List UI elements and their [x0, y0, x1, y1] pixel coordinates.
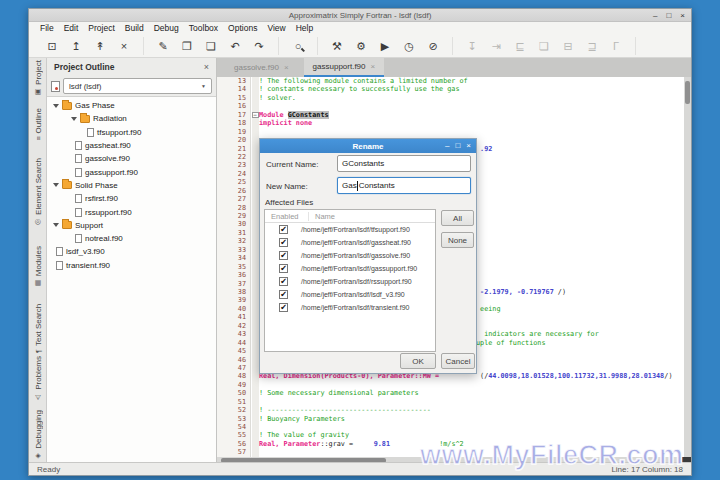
- menu-build[interactable]: Build: [120, 23, 149, 33]
- tree-item-gassolve-f90[interactable]: gassolve.f90: [47, 152, 216, 165]
- code-line-18[interactable]: 18implicit none: [217, 119, 684, 127]
- close-icon[interactable]: ×: [680, 9, 685, 22]
- redo-icon[interactable]: ↷: [247, 37, 271, 55]
- debug-run-icon[interactable]: ◷: [397, 37, 421, 55]
- tab-close-icon[interactable]: ×: [284, 63, 289, 72]
- minimize-icon[interactable]: –: [653, 9, 657, 22]
- open-project-icon[interactable]: ↥: [64, 37, 88, 55]
- menu-debug[interactable]: Debug: [149, 23, 184, 33]
- file-enabled-checkbox[interactable]: ✔: [279, 290, 288, 299]
- vertical-scrollbar-thumb[interactable]: [685, 81, 690, 104]
- fold-marker-icon[interactable]: −: [252, 112, 259, 119]
- affected-file-row[interactable]: ✔/home/jeff/Fortran/lsdf/gassolve.f90: [265, 249, 435, 262]
- new-name-input[interactable]: GasConstants: [337, 177, 471, 194]
- new-file-icon[interactable]: ⊡: [40, 37, 64, 55]
- dialog-title-bar[interactable]: Rename – □ ×: [260, 139, 476, 153]
- menu-toolbox[interactable]: Toolbox: [184, 23, 223, 33]
- tree-item-rssupport-f90[interactable]: rssupport.f90: [47, 205, 216, 218]
- code-line-53[interactable]: 53! Buoyancy Parameters: [217, 415, 684, 423]
- side-tab-problems[interactable]: ⚠Problems: [29, 356, 47, 401]
- build-settings-icon[interactable]: ⚙: [349, 37, 373, 55]
- folder-icon: [62, 221, 72, 229]
- tree-item-gassheat-f90[interactable]: gassheat.f90: [47, 139, 216, 152]
- code-line-54[interactable]: 54: [217, 423, 684, 431]
- expand-arrow-icon[interactable]: [71, 117, 77, 121]
- code-line-52[interactable]: 52! ------------------------------------…: [217, 406, 684, 414]
- side-tab-modules[interactable]: ▦Modules: [29, 246, 47, 287]
- code-line-17[interactable]: 17−Module GConstants: [217, 111, 684, 119]
- side-tab-project[interactable]: ▣Project: [29, 60, 47, 96]
- ok-button[interactable]: OK: [400, 353, 436, 369]
- project-selector-dropdown[interactable]: lsdf (lsdf) ▼: [63, 78, 212, 94]
- code-line-19[interactable]: 19: [217, 128, 684, 136]
- dialog-minimize-icon[interactable]: –: [445, 139, 449, 153]
- file-enabled-checkbox[interactable]: ✔: [279, 303, 288, 312]
- menu-file[interactable]: File: [35, 23, 59, 33]
- code-line-13[interactable]: 13! The following module contains a limi…: [217, 77, 684, 85]
- dialog-close-icon[interactable]: ×: [466, 139, 471, 153]
- find-icon[interactable]: ○: [286, 37, 310, 55]
- all-button[interactable]: All: [441, 210, 474, 226]
- vertical-scrollbar[interactable]: [684, 77, 691, 457]
- debug-cancel-icon[interactable]: ⊘: [421, 37, 445, 55]
- file-enabled-checkbox[interactable]: ✔: [279, 277, 288, 286]
- file-enabled-checkbox[interactable]: ✔: [279, 238, 288, 247]
- menu-options[interactable]: Options: [223, 23, 262, 33]
- expand-arrow-icon[interactable]: [53, 183, 59, 187]
- side-tab-text-search[interactable]: ¶Text Search: [29, 304, 47, 353]
- copy-icon[interactable]: ❐: [175, 37, 199, 55]
- tree-item-support[interactable]: Support: [47, 219, 216, 232]
- edit-icon[interactable]: ✎: [151, 37, 175, 55]
- expand-arrow-icon[interactable]: [53, 223, 59, 227]
- affected-file-row[interactable]: ✔/home/jeff/Fortran/lsdf/gassheat.f90: [265, 236, 435, 249]
- editor-tab-gassupport-f90[interactable]: gassupport.f90×: [304, 58, 385, 77]
- affected-file-row[interactable]: ✔/home/jeff/Fortran/lsdf/lsdf_v3.f90: [265, 288, 435, 301]
- code-line-51[interactable]: 51: [217, 398, 684, 406]
- expand-arrow-icon[interactable]: [53, 104, 59, 108]
- close-file-icon[interactable]: ×: [112, 37, 136, 55]
- tree-item-transient-f90[interactable]: transient.f90: [47, 259, 216, 272]
- undo-icon[interactable]: ↶: [223, 37, 247, 55]
- tree-item-gas-phase[interactable]: Gas Phase: [47, 99, 216, 112]
- menu-project[interactable]: Project: [83, 23, 119, 33]
- tree-item-radiation[interactable]: Radiation: [47, 112, 216, 125]
- affected-file-row[interactable]: ✔/home/jeff/Fortran/lsdf/rssupport.f90: [265, 275, 435, 288]
- code-line-55[interactable]: 55! The value of gravity: [217, 431, 684, 439]
- file-enabled-checkbox[interactable]: ✔: [279, 264, 288, 273]
- none-button[interactable]: None: [441, 232, 474, 248]
- side-tab-outline[interactable]: ≡Outline: [29, 108, 47, 140]
- affected-file-row[interactable]: ✔/home/jeff/Fortran/lsdf/transient.f90: [265, 301, 435, 314]
- code-line-50[interactable]: 50! Some necessary dimensional parameter…: [217, 389, 684, 397]
- code-line-49[interactable]: 49: [217, 381, 684, 389]
- tree-item-lsdf-v3-f90[interactable]: lsdf_v3.f90: [47, 245, 216, 258]
- tree-item-rsfirst-f90[interactable]: rsfirst.f90: [47, 192, 216, 205]
- save-icon[interactable]: ↟: [88, 37, 112, 55]
- paste-icon[interactable]: ❏: [199, 37, 223, 55]
- build-icon[interactable]: ⚒: [325, 37, 349, 55]
- affected-file-row[interactable]: ✔/home/jeff/Fortran/lsdf/gassupport.f90: [265, 262, 435, 275]
- code-line-14[interactable]: 14! constants necessary to successfully …: [217, 85, 684, 93]
- tab-close-icon[interactable]: ×: [371, 62, 376, 71]
- file-enabled-checkbox[interactable]: ✔: [279, 225, 288, 234]
- current-name-input[interactable]: GConstants: [337, 155, 471, 172]
- cancel-button[interactable]: Cancel: [441, 353, 475, 369]
- tree-item-solid-phase[interactable]: Solid Phase: [47, 179, 216, 192]
- dialog-maximize-icon[interactable]: □: [455, 139, 460, 153]
- side-tab-element-search[interactable]: ◎Element Search: [29, 158, 47, 226]
- code-line-15[interactable]: 15! solver.: [217, 94, 684, 102]
- run-icon[interactable]: ▶: [373, 37, 397, 55]
- affected-file-row[interactable]: ✔/home/jeff/Fortran/lsdf/tfsupport.f90: [265, 223, 435, 236]
- tree-item-notreal-f90[interactable]: notreal.f90: [47, 232, 216, 245]
- tree-item-gassupport-f90[interactable]: gassupport.f90: [47, 165, 216, 178]
- menu-help[interactable]: Help: [291, 23, 318, 33]
- side-tab-debugging[interactable]: ◈Debugging: [29, 410, 47, 460]
- tree-item-label: Solid Phase: [75, 181, 118, 190]
- code-line-16[interactable]: 16: [217, 102, 684, 110]
- panel-close-icon[interactable]: ×: [204, 62, 209, 72]
- editor-tab-gassolve-f90[interactable]: gassolve.f90×: [225, 58, 298, 77]
- maximize-icon[interactable]: □: [666, 9, 671, 22]
- tree-item-tfsupport-f90[interactable]: tfsupport.f90: [47, 126, 216, 139]
- menu-edit[interactable]: Edit: [59, 23, 84, 33]
- menu-view[interactable]: View: [262, 23, 290, 33]
- file-enabled-checkbox[interactable]: ✔: [279, 251, 288, 260]
